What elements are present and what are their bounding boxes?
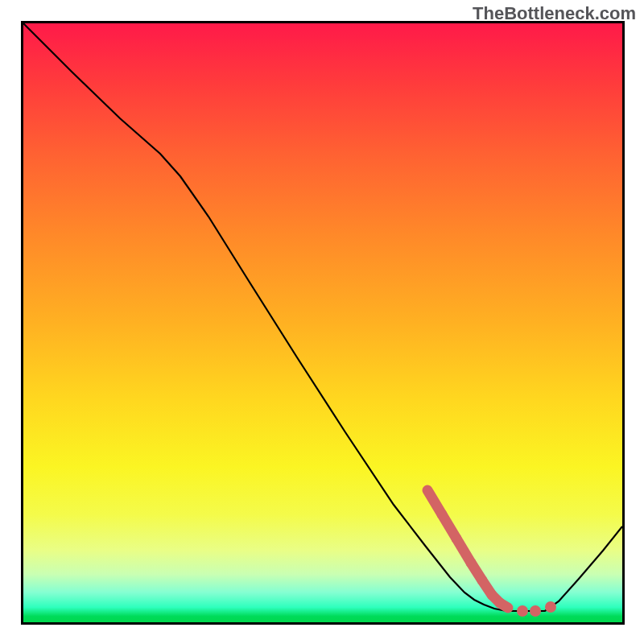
svg-point-1 [530,605,541,617]
svg-point-2 [545,601,556,613]
curve-overlay [23,23,622,622]
chart-container: TheBottleneck.com [0,0,644,644]
highlight-segment [427,490,556,617]
plot-area [21,21,625,625]
svg-point-0 [517,605,528,617]
bottleneck-curve [23,23,622,611]
